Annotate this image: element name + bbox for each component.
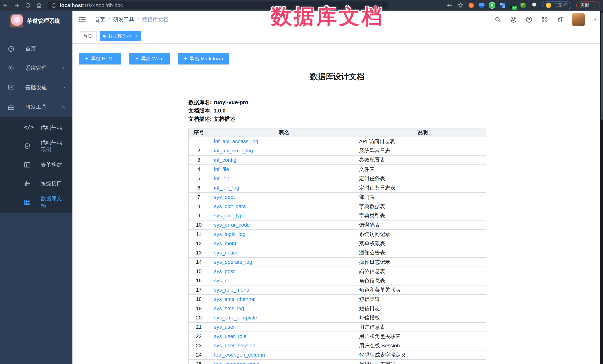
table-name-cell: tool_codegen_column: [209, 350, 354, 360]
table-row: 21sys_user用户信息表: [188, 322, 486, 332]
browser-menu-icon[interactable]: ⋮: [592, 3, 598, 8]
browser-home-icon[interactable]: [34, 1, 45, 10]
table-name-cell: inf_api_access_log: [209, 137, 354, 146]
table-name-link[interactable]: sys_role_menu: [214, 287, 249, 293]
table-name-link[interactable]: tool_codegen_column: [214, 352, 265, 358]
browser-back-icon[interactable]: [0, 1, 11, 10]
sidebar: 芋道管理系统 首页 系统管理 基础设施 研发工具: [0, 11, 72, 364]
key-icon[interactable]: [446, 2, 452, 9]
sidebar-item-infrastructure[interactable]: 基础设施: [0, 78, 72, 97]
tab-home[interactable]: 首页: [79, 31, 97, 41]
extension-icon-1[interactable]: [468, 3, 474, 8]
emoji-face-icon: [546, 3, 551, 8]
browser-toolbar: localhost:1024/tool/db-doc on 已暂停 更新 ⋮: [0, 0, 603, 11]
breadcrumb-devtools[interactable]: 研发工具: [113, 16, 134, 23]
column-header-name: 表名: [209, 128, 354, 137]
extension-icon-5[interactable]: on: [510, 3, 516, 8]
update-button[interactable]: 更新 ⋮: [576, 1, 600, 9]
meta-value: 文档描述: [214, 116, 235, 122]
table-name-link[interactable]: sys_operate_log: [214, 259, 252, 265]
user-avatar[interactable]: [572, 13, 585, 26]
export-word-button[interactable]: + 导出 Word: [129, 53, 170, 64]
export-markdown-button[interactable]: + 导出 Markdown: [178, 53, 229, 64]
fullscreen-icon[interactable]: [541, 16, 548, 23]
table-name-link[interactable]: inf_file: [214, 166, 229, 172]
table-name-cell: inf_file: [209, 165, 354, 174]
sidebar-subitem-api[interactable]: 系统接口: [0, 174, 72, 193]
column-header-index: 序号: [188, 128, 209, 137]
table-row: 8sys_dict_data字典数据表: [188, 202, 486, 211]
table-desc: 定时任务表: [354, 174, 486, 183]
row-index: 20: [188, 313, 209, 322]
tables-overview-table: 序号 表名 说明 1inf_api_access_logAPI 访问日志表2in…: [188, 128, 486, 364]
sidebar-item-label: 基础设施: [25, 84, 61, 91]
sidebar-item-devtools[interactable]: 研发工具: [0, 97, 72, 117]
table-name-link[interactable]: inf_config: [214, 157, 236, 163]
github-icon[interactable]: [510, 16, 517, 23]
browser-reload-icon[interactable]: [22, 1, 34, 10]
row-index: 14: [188, 257, 209, 267]
app-logo[interactable]: 芋道管理系统: [0, 11, 72, 31]
table-name-link[interactable]: inf_job_log: [214, 185, 239, 191]
table-name-link[interactable]: sys_user: [214, 324, 235, 330]
export-html-button[interactable]: + 导出 HTML: [79, 53, 121, 64]
table-name-link[interactable]: inf_api_error_log: [214, 148, 253, 154]
table-desc: 系统访问记录: [354, 230, 486, 239]
tab-close-icon[interactable]: ×: [135, 33, 138, 39]
help-icon[interactable]: [525, 16, 533, 23]
table-name-link[interactable]: inf_api_access_log: [214, 138, 258, 144]
sidebar-subitem-db-doc[interactable]: 数据库文档: [0, 193, 72, 212]
table-name-link[interactable]: inf_job: [214, 176, 229, 181]
table-name-link[interactable]: sys_dept: [214, 194, 235, 200]
table-name-link[interactable]: sys_dict_data: [214, 203, 246, 209]
table-name-link[interactable]: sys_role: [214, 278, 233, 283]
page-scrollbar[interactable]: [600, 11, 603, 364]
info-icon[interactable]: [51, 3, 57, 8]
profile-paused-badge[interactable]: 已暂停: [542, 1, 571, 9]
table-name-link[interactable]: sys_menu: [214, 241, 238, 246]
table-desc: 定时任务日志表: [354, 183, 486, 192]
search-icon[interactable]: [494, 16, 502, 23]
avatar-caret-icon[interactable]: [593, 17, 598, 22]
meta-value: ruoyi-vue-pro: [214, 99, 248, 105]
sidebar-item-home[interactable]: 首页: [0, 39, 72, 58]
sidebar-subitem-form-builder[interactable]: 表单构建: [0, 155, 72, 174]
font-size-icon[interactable]: tT: [557, 16, 564, 23]
table-desc: 系统异常日志: [354, 146, 486, 155]
browser-forward-icon[interactable]: [11, 1, 22, 10]
extension-icon-2[interactable]: [479, 3, 485, 8]
table-name-link[interactable]: tool_codegen_table: [214, 361, 259, 364]
table-name-link[interactable]: sys_notice: [214, 250, 239, 256]
tab-db-doc[interactable]: 数据库文档 ×: [100, 31, 141, 41]
bookmark-star-icon[interactable]: [457, 2, 464, 9]
extension-icon-3[interactable]: [489, 3, 495, 8]
table-row: 24tool_codegen_column代码生成表字段定义: [188, 350, 486, 360]
table-name-cell: inf_config: [209, 155, 354, 165]
logo-avatar: [11, 14, 23, 27]
table-name-link[interactable]: sys_user_role: [214, 333, 246, 339]
sidebar-item-system[interactable]: 系统管理: [0, 58, 72, 78]
row-index: 9: [188, 211, 209, 220]
table-name-link[interactable]: sys_post: [214, 268, 235, 274]
extension-icon-4[interactable]: [500, 3, 505, 8]
address-bar[interactable]: localhost:1024/tool/db-doc: [47, 1, 389, 9]
url-text: localhost:1024/tool/db-doc: [60, 2, 123, 8]
scrollbar-thumb[interactable]: [601, 12, 603, 120]
table-name-link[interactable]: sys_error_code: [214, 222, 250, 228]
table-name-cell: sys_dict_type: [209, 211, 354, 220]
table-row: 2inf_api_error_log系统异常日志: [188, 146, 486, 155]
table-name-cell: sys_sms_template: [209, 313, 354, 322]
extension-icon-6[interactable]: [521, 3, 526, 8]
sidebar-collapse-icon[interactable]: [78, 15, 87, 24]
table-name-link[interactable]: sys_dict_type: [214, 213, 246, 219]
table-name-link[interactable]: sys_sms_channel: [214, 296, 255, 302]
table-name-link[interactable]: sys_login_log: [214, 231, 246, 237]
sidebar-subitem-codegen[interactable]: </> 代码生成: [0, 118, 72, 137]
extensions-puzzle-icon[interactable]: [531, 2, 537, 9]
table-name-link[interactable]: sys_user_session: [214, 343, 255, 348]
table-name-link[interactable]: sys_sms_log: [214, 306, 244, 311]
row-index: 6: [188, 183, 209, 192]
sidebar-subitem-codegen-demo[interactable]: 代码生成示例: [0, 137, 72, 155]
breadcrumb-home[interactable]: 首页: [95, 16, 105, 23]
table-name-link[interactable]: sys_sms_template: [214, 315, 257, 320]
